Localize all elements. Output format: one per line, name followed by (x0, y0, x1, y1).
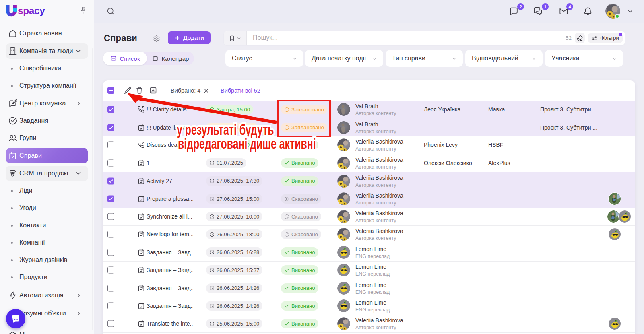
svg-text:spacy: spacy (18, 5, 45, 16)
